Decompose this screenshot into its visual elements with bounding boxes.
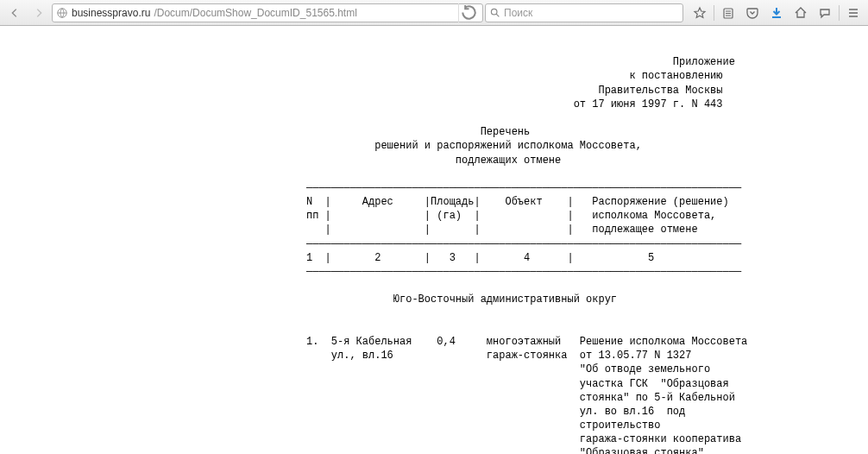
table-separator: ————————————————————————————————————————… xyxy=(306,238,741,250)
toolbar-divider xyxy=(839,5,840,21)
doc-header: к постановлению xyxy=(306,70,722,82)
table-header-row: N | Адрес |Площадь| Объект | Распоряжени… xyxy=(306,196,729,208)
sidebar-button[interactable] xyxy=(717,3,739,23)
table-separator: ————————————————————————————————————————… xyxy=(306,266,741,278)
doc-header: Правительства Москвы xyxy=(306,85,722,97)
pocket-button[interactable] xyxy=(741,3,764,23)
menu-button[interactable] xyxy=(842,3,865,23)
back-button[interactable] xyxy=(3,3,26,23)
toolbar-icons xyxy=(685,3,865,23)
doc-title: подлежащих отмене xyxy=(306,154,561,167)
table-header-row: пп | | (га) | | исполкома Моссовета, xyxy=(306,210,716,222)
doc-header: Приложение xyxy=(306,56,735,68)
table-header-row: | | | | подлежащее отмене xyxy=(306,224,698,236)
table-row: стоянка" по 5-й Кабельной xyxy=(306,392,735,404)
search-icon xyxy=(489,7,500,18)
url-host: businesspravo.ru xyxy=(72,7,150,19)
svg-point-1 xyxy=(491,9,497,15)
browser-toolbar: businesspravo.ru/Docum/DocumShow_DocumID… xyxy=(0,0,868,26)
doc-title: решений и распоряжений исполкома Моссове… xyxy=(306,140,642,152)
clipboard-icon xyxy=(721,6,735,20)
search-placeholder: Поиск xyxy=(504,7,532,19)
home-icon xyxy=(794,6,808,20)
chat-button[interactable] xyxy=(814,3,836,23)
toolbar-divider xyxy=(714,5,714,21)
svg-rect-3 xyxy=(772,16,781,18)
table-row: строительство xyxy=(306,419,660,432)
table-row: ул. во вл.16 под xyxy=(306,406,685,418)
search-bar[interactable]: Поиск xyxy=(485,3,683,22)
star-icon xyxy=(693,6,707,20)
document-body: Приложение к постановлению Правительства… xyxy=(306,26,868,454)
url-path: /Docum/DocumShow_DocumID_51565.html xyxy=(154,7,356,19)
arrow-left-icon xyxy=(9,7,21,19)
downloads-button[interactable] xyxy=(765,3,788,23)
table-row: гаража-стоянки кооператива xyxy=(306,433,741,445)
url-bar[interactable]: businesspravo.ru/Docum/DocumShow_DocumID… xyxy=(52,3,483,22)
download-icon xyxy=(770,6,783,20)
section-heading: Юго-Восточный административный округ xyxy=(306,293,617,306)
table-row: "Образцовая стоянка" xyxy=(306,447,704,454)
doc-title: Перечень xyxy=(306,126,530,138)
pocket-icon xyxy=(745,6,759,20)
doc-header: от 17 июня 1997 г. N 443 xyxy=(306,98,722,110)
reload-button[interactable] xyxy=(458,3,479,22)
reload-icon xyxy=(459,3,479,22)
table-row: "Об отводе земельного xyxy=(306,363,710,375)
home-button[interactable] xyxy=(789,3,812,23)
hamburger-icon xyxy=(846,6,860,20)
table-row: 1. 5-я Кабельная 0,4 многоэтажный Решени… xyxy=(306,336,747,348)
chat-icon xyxy=(818,6,832,20)
table-row: ул., вл.16 гараж-стоянка от 13.05.77 N 1… xyxy=(306,350,691,362)
table-index-row: 1 | 2 | 3 | 4 | 5 xyxy=(306,252,654,264)
document-viewport[interactable]: Приложение к постановлению Правительства… xyxy=(0,26,868,454)
globe-icon xyxy=(56,7,68,19)
arrow-right-icon xyxy=(33,7,45,19)
table-separator: ————————————————————————————————————————… xyxy=(306,182,741,194)
forward-button[interactable] xyxy=(28,3,50,23)
bookmark-button[interactable] xyxy=(689,3,711,23)
table-row: участка ГСК "Образцовая xyxy=(306,378,729,390)
